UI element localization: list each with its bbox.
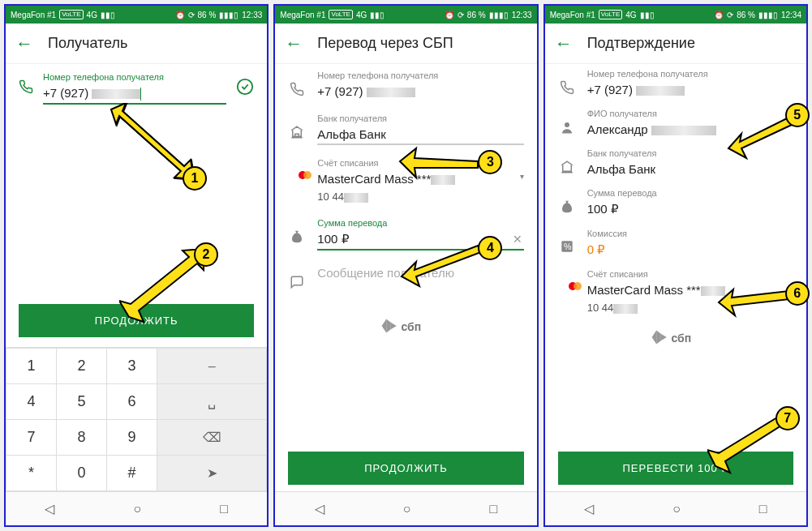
nav-recent[interactable]: □ [220,502,228,516]
sbp-logo: сбп [545,321,806,356]
phone-input[interactable]: +7 (927) [43,84,226,105]
back-button[interactable]: ← [555,33,573,54]
signal-icon: ▮▮▯ [101,11,115,19]
account-value2: 10 44 [587,299,793,316]
clock: 12:33 [512,11,532,19]
key-hash[interactable]: # [107,456,157,491]
battery-label: 86 % [198,11,217,19]
signal-icon: ▮▮▯ [370,11,385,19]
amount-value: 100 ₽ [587,199,793,219]
amount-input[interactable]: 100 ₽ ✕ [317,229,523,251]
phone-icon [558,69,576,99]
fee-value: 0 ₽ [587,240,793,259]
back-button[interactable]: ← [285,33,303,54]
numeric-keypad: 1 2 3 – 4 5 6 ␣ 7 8 9 ⌫ * [6,347,267,491]
key-3[interactable]: 3 [107,349,157,384]
clock: 12:34 [781,11,801,19]
bank-value: Альфа Банк [317,125,523,145]
key-2[interactable]: 2 [57,349,107,384]
key-6[interactable]: 6 [107,384,157,420]
battery-icon: ▮▮▮▯ [758,11,778,19]
bank-icon [288,113,306,143]
fee-row: % Комиссия 0 ₽ [545,224,806,264]
transfer-button[interactable]: ПЕРЕВЕСТИ 100 ₽ [558,452,793,485]
name-label: ФИО получателя [587,109,793,118]
nav-home[interactable]: ○ [133,502,141,516]
app-header: ← Получатель [6,24,267,64]
nav-home[interactable]: ○ [403,502,411,516]
continue-button[interactable]: ПРОДОЛЖИТЬ [19,304,254,337]
key-9[interactable]: 9 [107,420,157,456]
bank-icon [558,148,576,178]
key-0[interactable]: 0 [57,456,107,491]
phone-input-value: +7 (927) [43,86,88,100]
rotation-lock-icon: ⟳ [727,11,733,19]
phone-label: Номер телефона получателя [587,69,793,79]
mastercard-icon [288,158,306,169]
svg-text:сбп: сбп [402,320,422,333]
alarm-icon: ⏰ [175,11,185,19]
account-value: MasterCard Mass *** [587,280,793,299]
message-row[interactable]: Сообщение получателю [275,257,536,300]
key-7[interactable]: 7 [6,420,57,456]
key-minus[interactable]: – [157,349,267,384]
key-5[interactable]: 5 [57,384,107,420]
alarm-icon: ⏰ [714,11,724,19]
status-bar: MegaFon #1 VoLTE 4G ▮▮▯ ⏰ ⟳ 86 % ▮▮▮▯ 12… [545,6,806,24]
battery-icon: ▮▮▮▯ [219,11,238,19]
mastercard-icon [558,269,576,280]
carrier-label: MegaFon #1 [11,11,56,19]
phone-input-label: Номер телефона получателя [43,72,226,82]
account-value2: 10 44 [317,188,523,205]
bank-label: Банк получателя [317,113,523,123]
page-title: Получатель [48,35,127,52]
key-backspace[interactable]: ⌫ [157,420,267,456]
phone-label: Номер телефона получателя [317,71,523,80]
continue-button[interactable]: ПРОДОЛЖИТЬ [288,452,523,485]
phone-value: +7 (927) [317,82,523,101]
svg-marker-14 [661,334,667,340]
nav-recent[interactable]: □ [759,502,767,516]
svg-marker-4 [387,319,392,333]
alarm-icon: ⏰ [445,11,454,19]
account-row[interactable]: Счёт списания MasterCard Mass ***▾ 10 44 [275,152,536,212]
nav-back[interactable]: ◁ [315,501,324,516]
account-value: MasterCard Mass ***▾ [317,169,523,188]
person-icon [558,109,576,139]
net-label: 4G [87,11,97,19]
message-placeholder: Сообщение получателю [317,263,523,282]
carrier-label: MegaFon #1 [280,11,325,19]
status-bar: MegaFon #1 VoLTE 4G ▮▮▯ ⏰ ⟳ 86 % ▮▮▮▯ 12… [275,6,536,24]
nav-home[interactable]: ○ [672,502,681,516]
phone-icon [288,71,306,101]
nav-back[interactable]: ◁ [584,501,594,516]
key-next[interactable]: ➤ [157,456,267,491]
nav-back[interactable]: ◁ [45,501,54,516]
key-8[interactable]: 8 [57,420,107,456]
key-space[interactable]: ␣ [157,384,267,420]
key-4[interactable]: 4 [6,384,57,420]
amount-label: Сумма перевода [317,218,523,228]
clear-icon[interactable]: ✕ [513,233,522,246]
sbp-logo: сбп [275,300,536,355]
volte-badge: VoLTE [329,10,352,19]
status-bar: MegaFon #1 VoLTE 4G ▮▮▯ ⏰ ⟳ 86 % ▮▮▮▯ 12… [6,6,267,24]
battery-label: 86 % [467,11,486,19]
message-icon [288,263,306,293]
svg-marker-13 [656,331,661,345]
phone-value: +7 (927) [587,80,793,99]
fee-label: Комиссия [587,229,793,238]
key-star[interactable]: * [6,456,57,491]
android-navbar: ◁ ○ □ [545,491,806,525]
bank-row[interactable]: Банк получателя Альфа Банк [275,107,536,152]
nav-recent[interactable]: □ [489,502,497,516]
key-1[interactable]: 1 [6,349,57,384]
net-label: 4G [356,11,367,19]
money-bag-icon [558,188,576,218]
volte-badge: VoLTE [59,10,83,19]
amount-value: 100 ₽ [317,232,349,246]
phone-1: MegaFon #1 VoLTE 4G ▮▮▯ ⏰ ⟳ 86 % ▮▮▮▯ 12… [4,4,269,527]
back-button[interactable]: ← [15,33,33,54]
account-label: Счёт списания [587,269,793,279]
android-navbar: ◁ ○ □ [275,491,536,525]
